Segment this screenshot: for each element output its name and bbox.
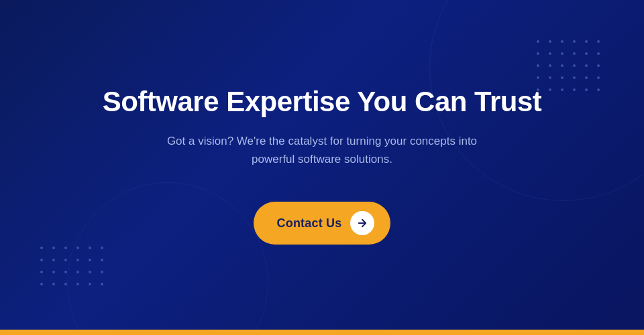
dot: [40, 271, 43, 273]
hero-section: Software Expertise You Can Trust Got a v…: [0, 0, 644, 330]
dot: [52, 283, 55, 285]
arrow-right-icon: [356, 217, 368, 229]
dot: [64, 247, 67, 249]
dot: [64, 259, 67, 261]
hero-title: Software Expertise You Can Trust: [103, 85, 542, 119]
dot: [40, 283, 43, 285]
dot: [40, 259, 43, 261]
dot: [40, 247, 43, 249]
hero-content: Software Expertise You Can Trust Got a v…: [103, 85, 542, 245]
arrow-circle: [350, 211, 374, 235]
page-wrapper: Software Expertise You Can Trust Got a v…: [0, 0, 644, 335]
cta-button-label: Contact Us: [276, 216, 341, 230]
dot: [52, 259, 55, 261]
contact-us-button[interactable]: Contact Us: [254, 202, 390, 245]
bottom-bar: [0, 330, 644, 335]
dot: [52, 271, 55, 273]
dot: [64, 271, 67, 273]
hero-subtitle: Got a vision? We're the catalyst for tur…: [148, 132, 496, 168]
dot: [52, 247, 55, 249]
